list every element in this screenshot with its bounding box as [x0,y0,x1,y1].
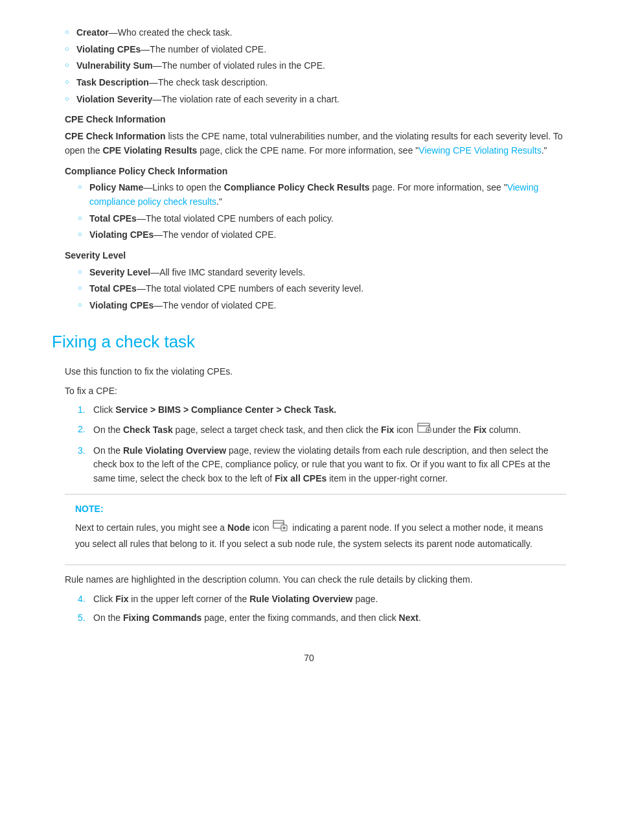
item-bold: Task Description [76,77,149,88]
cpe-check-bold: CPE Check Information [65,131,166,141]
step-3: 3. On the Rule Violating Overview page, … [78,444,566,486]
page-content: Creator—Who created the check task. Viol… [52,26,566,625]
step-4-fix: Fix [115,594,128,604]
severity-item-1: Severity Level—All five IMC standard sev… [78,266,566,280]
step-4-rule-overview: Rule Violating Overview [249,594,352,604]
list-item: Violation Severity—The violation rate of… [65,93,566,107]
total-cpes-bold: Total CPEs [89,213,137,224]
list-item: Violating CPEs—The number of violated CP… [65,43,566,57]
node-icon-svg [273,520,288,533]
total-cpes-severity-bold: Total CPEs [89,283,137,294]
list-item: Creator—Who created the check task. [65,26,566,40]
list-item: Vulnerability Sum—The number of violated… [65,59,566,73]
cpe-check-body: CPE Check Information lists the CPE name… [65,130,566,158]
step-5-next: Next [399,612,418,623]
main-content: Use this function to fix the violating C… [65,365,566,625]
note-node-bold: Node [227,523,250,533]
violating-cpes-severity-bold: Violating CPEs [89,300,154,310]
step-2-fix-column: Fix [474,425,486,435]
note-text: Next to certain rules, you might see a N… [75,520,556,551]
compliance-bullet-list: Policy Name—Links to open the Compliance… [78,181,566,242]
violating-cpes-bold: Violating CPEs [89,229,154,240]
policy-name-bold: Policy Name [89,182,143,192]
page-number: 70 [52,651,566,666]
step-2-check-task: Check Task [123,425,173,435]
compliance-item-1: Policy Name—Links to open the Compliance… [78,181,566,209]
cpe-violating-results-bold: CPE Violating Results [102,145,197,156]
item-bold: Creator [76,27,109,38]
list-item: Task Description—The check task descript… [65,76,566,90]
item-bold: Violating CPEs [76,44,141,54]
step-1-bold: Service > BIMS > Compliance Center > Che… [115,404,336,415]
step-4-num: 4. [78,592,86,607]
severity-level-bold: Severity Level [89,267,150,277]
intro-text: Use this function to fix the violating C… [65,365,566,379]
compliance-policy-check-results-bold: Compliance Policy Check Results [224,182,370,192]
rule-names-text: Rule names are highlighted in the descri… [65,573,566,587]
step-4: 4. Click Fix in the upper left corner of… [78,592,566,607]
compliance-item-3: Violating CPEs—The vendor of violated CP… [78,228,566,242]
step-5: 5. On the Fixing Commands page, enter th… [78,611,566,625]
cpe-check-section: CPE Check Information CPE Check Informat… [65,113,566,312]
item-bold: Vulnerability Sum [76,60,153,71]
note-label: NOTE: [75,502,556,517]
item-bold: Violation Severity [76,94,152,104]
step-3-fix-all: Fix all CPEs [275,473,326,484]
severity-item-2: Total CPEs—The total violated CPE number… [78,282,566,296]
node-icon [273,520,288,537]
step-1-num: 1. [78,403,86,417]
fix-icon-svg [417,423,431,434]
note-box: NOTE: Next to certain rules, you might s… [65,494,566,565]
severity-bullet-list: Severity Level—All five IMC standard sev… [78,266,566,313]
step-5-num: 5. [78,611,86,625]
step-3-num: 3. [78,444,86,458]
steps-list-2: 4. Click Fix in the upper left corner of… [78,592,566,625]
severity-item-3: Violating CPEs—The vendor of violated CP… [78,299,566,313]
compliance-heading: Compliance Policy Check Information [65,165,566,179]
steps-list: 1. Click Service > BIMS > Compliance Cen… [78,403,566,485]
step-1: 1. Click Service > BIMS > Compliance Cen… [78,403,566,417]
fix-icon [417,423,431,439]
cpe-check-heading: CPE Check Information [65,113,566,127]
viewing-cpe-link[interactable]: Viewing CPE Violating Results [418,145,541,156]
to-fix-label: To fix a CPE: [65,384,566,399]
step-2-num: 2. [78,423,86,437]
step-5-fixing-commands: Fixing Commands [123,612,201,623]
main-heading: Fixing a check task [52,329,566,355]
step-2-fix-bold: Fix [381,425,394,435]
step-2: 2. On the Check Task page, select a targ… [78,423,566,439]
severity-heading: Severity Level [65,249,566,263]
compliance-item-2: Total CPEs—The total violated CPE number… [78,212,566,226]
top-bullet-list: Creator—Who created the check task. Viol… [65,26,566,106]
step-3-rule-overview: Rule Violating Overview [123,445,226,456]
